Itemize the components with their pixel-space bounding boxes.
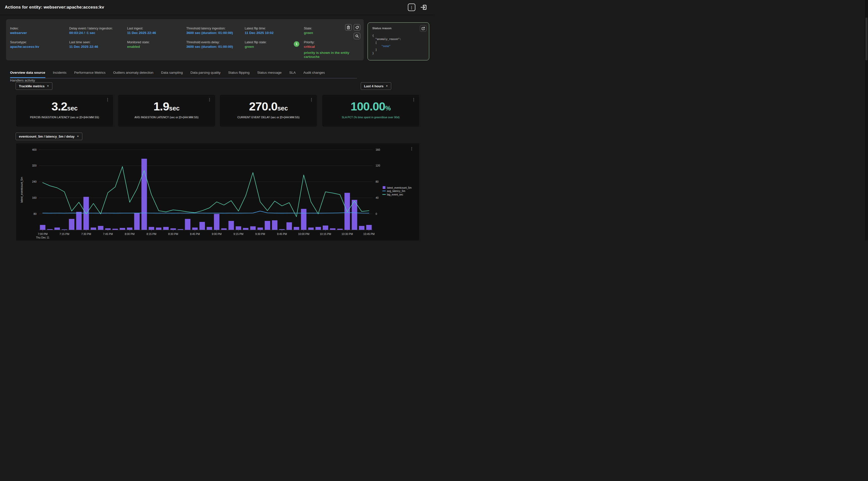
legend-label[interactable]: lag_event_sec — [387, 193, 403, 196]
tag-icon — [355, 26, 359, 29]
bar-latest_eventcount_5m[interactable] — [337, 229, 343, 230]
legend-swatch[interactable] — [383, 186, 385, 189]
bar-latest_eventcount_5m[interactable] — [91, 227, 96, 230]
chevron-down-icon: ▼ — [386, 85, 388, 87]
bar-latest_eventcount_5m[interactable] — [243, 228, 248, 230]
tab-outliers-anomaly-detection[interactable]: Outliers anomaly detection — [113, 71, 154, 77]
line-lag_event_sec[interactable] — [42, 166, 369, 217]
bar-latest_eventcount_5m[interactable] — [98, 226, 103, 230]
window-header: Actions for entity: webserver:apache:acc… — [0, 0, 434, 15]
field-label-flip-time: Latest flip time: — [245, 27, 266, 30]
legend-label[interactable]: latest_eventcount_5m — [387, 186, 412, 189]
tab-underline-track — [10, 78, 357, 78]
bar-latest_eventcount_5m[interactable] — [221, 228, 227, 230]
bar-latest_eventcount_5m[interactable] — [69, 219, 74, 230]
bar-latest_eventcount_5m[interactable] — [272, 220, 277, 230]
time-range-dropdown[interactable]: Last 4 hours ▼ — [361, 82, 391, 90]
bar-latest_eventcount_5m[interactable] — [76, 212, 82, 230]
left-axis-label: latest_eventcount_5m — [20, 177, 23, 203]
field-label-threshold-delay: Threshold events delay: — [186, 40, 220, 44]
series-dropdown[interactable]: eventcount_5m / latency_5m / delay ▼ — [16, 133, 82, 140]
json-line: { — [372, 34, 374, 37]
open-status-reason-button[interactable] — [420, 25, 427, 32]
kpi-unit: sec — [67, 105, 78, 112]
bar-latest_eventcount_5m[interactable] — [149, 227, 154, 230]
header-menu-button[interactable]: ⋮ — [408, 3, 415, 11]
bar-latest_eventcount_5m[interactable] — [294, 227, 299, 230]
bar-latest_eventcount_5m[interactable] — [127, 227, 132, 230]
tab-sla[interactable]: SLA — [289, 71, 296, 77]
timechart[interactable]: 8001604024080320120400160latest_eventcou… — [16, 143, 419, 241]
x-axis-tick: 10:15 PM — [320, 232, 331, 235]
json-line: ] — [372, 48, 377, 51]
tags-button[interactable] — [354, 24, 360, 31]
metrics-dropdown[interactable]: TrackMe metrics ▼ — [16, 82, 52, 90]
bar-latest_eventcount_5m[interactable] — [105, 228, 111, 230]
tab-data-parsing-quality[interactable]: Data parsing quality — [191, 71, 220, 77]
bar-latest_eventcount_5m[interactable] — [134, 213, 140, 230]
bar-latest_eventcount_5m[interactable] — [207, 227, 212, 230]
page-title: Actions for entity: webserver:apache:acc… — [5, 5, 104, 10]
chevron-down-icon: ▼ — [77, 135, 79, 138]
bar-latest_eventcount_5m[interactable] — [323, 225, 328, 230]
field-label-last-ingest: Last ingest: — [127, 27, 143, 30]
bar-latest_eventcount_5m[interactable] — [163, 227, 169, 230]
priority-annotation: priority is shown in the entity cartouch… — [304, 51, 363, 59]
bar-latest_eventcount_5m[interactable] — [308, 227, 314, 230]
field-value-flip-time: 11 Dec 2025 10:02 — [245, 31, 274, 35]
bar-latest_eventcount_5m[interactable] — [257, 227, 263, 230]
line-avg_latency_5m[interactable] — [42, 211, 369, 213]
search-button[interactable] — [354, 33, 360, 39]
exit-button[interactable] — [420, 3, 428, 11]
bar-latest_eventcount_5m[interactable] — [315, 227, 321, 230]
legend-label[interactable]: avg_latency_5m — [387, 190, 405, 192]
field-label-flip-state: Latest flip state: — [245, 40, 267, 44]
bar-latest_eventcount_5m[interactable] — [192, 227, 197, 230]
bar-latest_eventcount_5m[interactable] — [113, 229, 118, 230]
copy-clipboard-button[interactable] — [345, 24, 352, 31]
bar-latest_eventcount_5m[interactable] — [265, 221, 270, 230]
bar-latest_eventcount_5m[interactable] — [120, 228, 125, 230]
field-label-state: State: — [304, 27, 312, 30]
right-axis-tick: 80 — [376, 180, 379, 183]
tab-data-sampling[interactable]: Data sampling — [161, 71, 183, 77]
search-icon — [355, 34, 359, 38]
bar-latest_eventcount_5m[interactable] — [54, 227, 60, 230]
bar-latest_eventcount_5m[interactable] — [214, 214, 219, 230]
bar-latest_eventcount_5m[interactable] — [301, 209, 306, 230]
bar-latest_eventcount_5m[interactable] — [156, 227, 161, 230]
bar-latest_eventcount_5m[interactable] — [286, 222, 292, 230]
bar-latest_eventcount_5m[interactable] — [142, 159, 147, 230]
bar-latest_eventcount_5m[interactable] — [83, 197, 89, 230]
left-axis-tick: 240 — [32, 180, 36, 183]
bar-latest_eventcount_5m[interactable] — [199, 222, 205, 230]
field-label-priority: Priority: — [304, 40, 314, 44]
field-value-index[interactable]: webserver — [10, 31, 27, 35]
tab-status-message[interactable]: Status message — [257, 71, 282, 77]
bar-latest_eventcount_5m[interactable] — [170, 228, 176, 230]
tab-audit-changes[interactable]: Audit changes — [303, 71, 325, 77]
bar-latest_eventcount_5m[interactable] — [40, 225, 45, 230]
tab-performance-metrics[interactable]: Performance Metrics — [74, 71, 106, 77]
bar-latest_eventcount_5m[interactable] — [366, 225, 372, 230]
tab-incidents[interactable]: Incidents — [53, 71, 66, 77]
bar-latest_eventcount_5m[interactable] — [250, 226, 256, 230]
tab-status-flipping[interactable]: Status flipping — [228, 71, 249, 77]
metrics-dropdown-label: TrackMe metrics — [19, 84, 44, 88]
field-value-sourcetype[interactable]: apache:access:kv — [10, 45, 39, 49]
bar-latest_eventcount_5m[interactable] — [185, 219, 191, 230]
kebab-icon: ⋮ — [410, 5, 413, 9]
bar-latest_eventcount_5m[interactable] — [228, 221, 234, 230]
clipboard-icon — [347, 26, 350, 29]
kpi-value: 1.9 — [153, 100, 169, 113]
bar-latest_eventcount_5m[interactable] — [236, 226, 241, 230]
kpi-unit: sec — [277, 105, 288, 112]
json-line: [ — [372, 41, 377, 44]
x-axis-tick: 8:30 PM — [168, 232, 178, 235]
kebab-icon[interactable]: ⋮ — [410, 147, 413, 151]
exit-icon — [420, 3, 428, 11]
bar-latest_eventcount_5m[interactable] — [330, 228, 336, 230]
bar-latest_eventcount_5m[interactable] — [359, 226, 365, 230]
left-axis-tick: 160 — [32, 196, 36, 199]
tab-overview-data-source[interactable]: Overview data source — [10, 71, 45, 78]
